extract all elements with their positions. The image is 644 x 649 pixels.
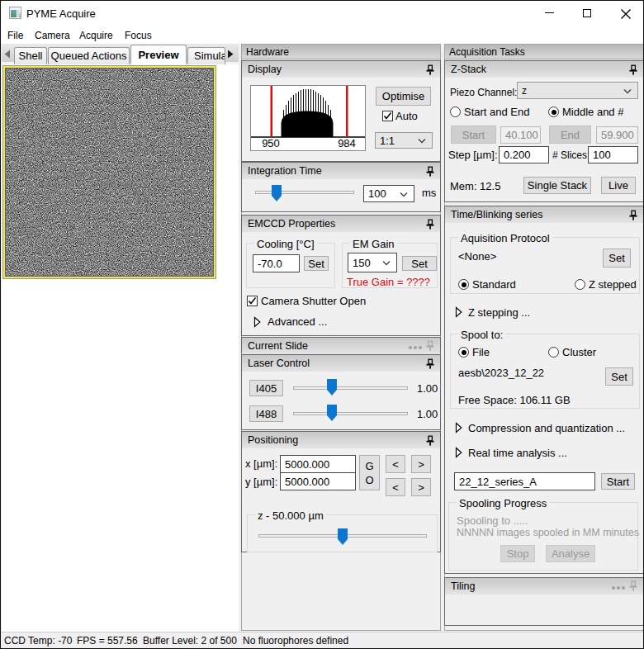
svg-text:984: 984: [338, 137, 356, 149]
svg-text:950: 950: [262, 137, 280, 149]
